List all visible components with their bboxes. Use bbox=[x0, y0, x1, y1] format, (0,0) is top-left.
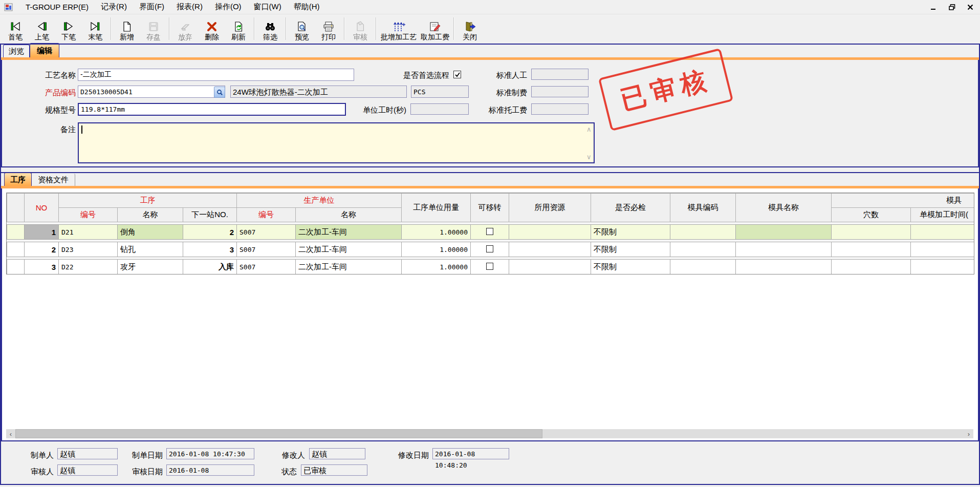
row-indicator[interactable] bbox=[7, 225, 25, 240]
filter-button[interactable]: 筛选 bbox=[257, 15, 284, 42]
cell-mold-code[interactable] bbox=[670, 242, 736, 257]
cell-must-inspect[interactable]: 不限制 bbox=[591, 242, 670, 257]
delete-button[interactable]: 删除 bbox=[199, 15, 225, 42]
cell-mold-name[interactable] bbox=[736, 260, 832, 274]
prev-record-button[interactable]: 上笔 bbox=[29, 15, 55, 42]
std-outsource-fee-field[interactable] bbox=[531, 103, 589, 115]
menu-report[interactable]: 报表(R) bbox=[170, 1, 209, 13]
cell-unit-name[interactable]: 二次加工-车间 bbox=[296, 260, 402, 274]
cell-transferable[interactable] bbox=[471, 260, 509, 274]
scroll-left-icon[interactable]: ‹ bbox=[6, 429, 15, 438]
preview-button[interactable]: 预览 bbox=[289, 15, 315, 42]
cell-mold-time[interactable] bbox=[911, 225, 975, 240]
restore-icon[interactable] bbox=[946, 2, 957, 12]
erp-window: T-GROUP ERP(E) 记录(R) 界面(F) 报表(R) 操作(O) 窗… bbox=[0, 0, 980, 487]
close-icon[interactable] bbox=[965, 2, 976, 12]
next-record-button[interactable]: 下笔 bbox=[55, 15, 82, 42]
table-row[interactable]: 3 D22 攻牙 入库 S007 二次加工-车间 1.00000 不限制 bbox=[7, 260, 975, 274]
scroll-down-icon[interactable]: ∨ bbox=[586, 154, 592, 160]
remark-textarea[interactable] bbox=[78, 122, 595, 163]
row-indicator[interactable] bbox=[7, 242, 25, 257]
cell-mold-code[interactable] bbox=[670, 225, 736, 240]
std-mfg-fee-field[interactable] bbox=[531, 86, 589, 97]
minimize-icon[interactable] bbox=[928, 2, 939, 12]
table-row[interactable]: 1 D21 倒角 2 S007 二次加工-车间 1.00000 不限制 bbox=[7, 225, 975, 240]
menu-app[interactable]: T-GROUP ERP(E) bbox=[19, 1, 95, 13]
cell-resources[interactable] bbox=[509, 225, 591, 240]
cell-mold-name[interactable] bbox=[736, 242, 832, 257]
cell-unit-name[interactable]: 二次加工-车间 bbox=[296, 225, 402, 240]
first-record-button[interactable]: 首笔 bbox=[2, 15, 29, 42]
row-indicator[interactable] bbox=[7, 260, 25, 274]
scroll-right-icon[interactable]: › bbox=[964, 429, 973, 438]
toolbar-separator bbox=[111, 17, 112, 40]
cell-mold-time[interactable] bbox=[911, 260, 975, 274]
tab-qualification[interactable]: 资格文件 bbox=[32, 174, 75, 186]
cell-unit-name[interactable]: 二次加工-车间 bbox=[296, 242, 402, 257]
cell-cavities[interactable] bbox=[832, 260, 911, 274]
cell-resources[interactable] bbox=[509, 242, 591, 257]
unit-hours-field[interactable] bbox=[410, 103, 469, 115]
cell-resources[interactable] bbox=[509, 260, 591, 274]
cell-usage[interactable]: 1.00000 bbox=[402, 260, 471, 274]
table-row[interactable]: 2 D23 钻孔 3 S007 二次加工-车间 1.00000 不限制 bbox=[7, 242, 975, 257]
menu-record[interactable]: 记录(R) bbox=[95, 1, 133, 13]
get-processing-fee-button[interactable]: 取加工费 bbox=[419, 15, 451, 42]
cell-no[interactable]: 1 bbox=[25, 225, 59, 240]
menu-window[interactable]: 窗口(W) bbox=[248, 1, 288, 13]
spec-input[interactable] bbox=[78, 103, 346, 116]
product-lookup-button[interactable] bbox=[214, 87, 225, 98]
process-name-input[interactable] bbox=[78, 69, 354, 81]
batch-add-process-button[interactable]: 批增加工艺 bbox=[379, 15, 419, 42]
cell-usage[interactable]: 1.00000 bbox=[402, 225, 471, 240]
audit-icon bbox=[355, 21, 366, 32]
transferable-checkbox[interactable] bbox=[486, 228, 493, 235]
binoculars-icon bbox=[264, 21, 276, 32]
cell-no[interactable]: 2 bbox=[25, 242, 59, 257]
scrollbar-thumb[interactable] bbox=[15, 429, 542, 438]
product-code-input[interactable] bbox=[78, 86, 225, 98]
cell-next-no[interactable]: 2 bbox=[183, 225, 237, 240]
cell-cavities[interactable] bbox=[832, 225, 911, 240]
cell-transferable[interactable] bbox=[471, 225, 509, 240]
horizontal-scrollbar[interactable]: ‹ › bbox=[6, 429, 973, 438]
cell-usage[interactable]: 1.00000 bbox=[402, 242, 471, 257]
cell-transferable[interactable] bbox=[471, 242, 509, 257]
cell-unit-code[interactable]: S007 bbox=[237, 242, 296, 257]
preferred-flow-checkbox[interactable] bbox=[453, 71, 461, 78]
cell-next-no[interactable]: 3 bbox=[183, 242, 237, 257]
cell-must-inspect[interactable]: 不限制 bbox=[591, 225, 670, 240]
cell-mold-code[interactable] bbox=[670, 260, 736, 274]
menu-interface[interactable]: 界面(F) bbox=[133, 1, 170, 13]
tab-process[interactable]: 工序 bbox=[4, 173, 32, 186]
transferable-checkbox[interactable] bbox=[486, 245, 493, 252]
std-labor-field[interactable] bbox=[531, 69, 589, 80]
cell-process-code[interactable]: D22 bbox=[59, 260, 118, 274]
cell-no[interactable]: 3 bbox=[25, 260, 59, 274]
cell-process-code[interactable]: D23 bbox=[59, 242, 118, 257]
menu-operation[interactable]: 操作(O) bbox=[209, 1, 248, 13]
scroll-up-icon[interactable]: ∧ bbox=[586, 126, 592, 133]
cell-process-name[interactable]: 攻牙 bbox=[118, 260, 183, 274]
last-record-button[interactable]: 末笔 bbox=[82, 15, 108, 42]
cell-process-code[interactable]: D21 bbox=[59, 225, 118, 240]
cell-unit-code[interactable]: S007 bbox=[237, 260, 296, 274]
new-button[interactable]: 新增 bbox=[114, 15, 140, 42]
refresh-button[interactable]: 刷新 bbox=[225, 15, 252, 42]
menu-help[interactable]: 帮助(H) bbox=[288, 1, 326, 13]
cell-must-inspect[interactable]: 不限制 bbox=[591, 260, 670, 274]
cell-next-no[interactable]: 入库 bbox=[183, 260, 237, 274]
transferable-checkbox[interactable] bbox=[486, 263, 493, 270]
cell-process-name[interactable]: 钻孔 bbox=[118, 242, 183, 257]
cell-unit-code[interactable]: S007 bbox=[237, 225, 296, 240]
cell-process-name[interactable]: 倒角 bbox=[118, 225, 183, 240]
tab-edit[interactable]: 编辑 bbox=[30, 43, 59, 58]
tab-browse[interactable]: 浏览 bbox=[3, 45, 30, 58]
print-button[interactable]: 打印 bbox=[315, 15, 342, 42]
cell-mold-name[interactable] bbox=[736, 225, 832, 240]
close-form-button[interactable]: 关闭 bbox=[456, 15, 483, 42]
cell-cavities[interactable] bbox=[832, 242, 911, 257]
header-resources: 所用资源 bbox=[509, 194, 591, 222]
cell-mold-time[interactable] bbox=[911, 242, 975, 257]
check-icon bbox=[454, 72, 461, 78]
